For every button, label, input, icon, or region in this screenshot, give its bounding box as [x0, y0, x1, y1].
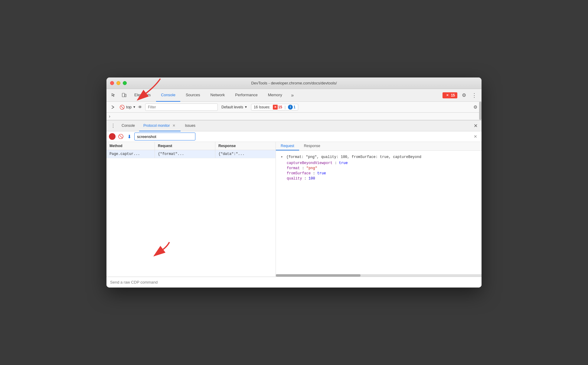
- triangle-down-icon: ▾: [281, 155, 283, 159]
- pm-table: Method Request Response Page.captur... {…: [106, 142, 276, 277]
- filter-input[interactable]: [145, 104, 218, 111]
- svg-marker-2: [111, 106, 114, 109]
- panel-menu-button[interactable]: ⋮: [109, 122, 117, 130]
- maximize-button[interactable]: [123, 81, 127, 85]
- pm-block-button[interactable]: 🚫: [117, 133, 124, 140]
- levels-chevron-icon: ▼: [244, 105, 247, 109]
- issues-error: ✕ 15: [273, 105, 282, 110]
- json-summary: ▾ {format: "png", quality: 100, fromSurf…: [281, 155, 477, 159]
- json-value-1: "png": [306, 166, 317, 170]
- tab-console-panel[interactable]: Console: [117, 120, 139, 131]
- pm-detail-panel: Request Response ▾ {format: "png", quali…: [276, 142, 482, 277]
- block-icon-button[interactable]: 🚫: [118, 103, 126, 111]
- tab-sources[interactable]: Sources: [181, 89, 205, 102]
- settings-button[interactable]: ⚙: [459, 90, 469, 100]
- console-settings-button[interactable]: ⚙: [471, 103, 479, 111]
- scrollbar-track[interactable]: [479, 102, 482, 112]
- cell-method: Page.captur...: [106, 150, 155, 158]
- tab-memory[interactable]: Memory: [263, 89, 287, 102]
- clear-console-button[interactable]: [109, 103, 117, 111]
- detail-scrollbar[interactable]: [276, 274, 482, 277]
- tab-detail-response[interactable]: Response: [299, 142, 325, 150]
- pm-download-button[interactable]: ⬇: [126, 133, 132, 140]
- pm-table-header: Method Request Response: [106, 142, 276, 150]
- cell-response: {"data":"...: [215, 150, 276, 158]
- close-button[interactable]: [110, 81, 114, 85]
- pm-detail-content: ▾ {format: "png", quality: 100, fromSurf…: [276, 151, 482, 274]
- col-header-response: Response: [215, 142, 276, 150]
- console-toolbar: 🚫 top ▼ 👁 Default levels ▼ 16 Issues: ✕ …: [106, 102, 482, 113]
- eye-button[interactable]: 👁: [136, 103, 144, 111]
- json-key-2: fromSurface: [287, 171, 311, 176]
- json-field-1: format : "png": [287, 166, 477, 170]
- tab-console[interactable]: Console: [156, 89, 180, 102]
- tab-issues[interactable]: Issues: [181, 120, 200, 131]
- cell-request: {"format"...: [155, 150, 215, 158]
- json-field-3: quality : 100: [287, 176, 477, 181]
- protocol-monitor-close-icon[interactable]: ✕: [172, 123, 176, 128]
- json-value-0: true: [339, 161, 348, 165]
- pm-main-area: Method Request Response Page.captur... {…: [106, 142, 482, 277]
- bottom-panel-tabs: ⋮ Console Protocol monitor ✕ Issues ✕: [106, 120, 482, 131]
- pm-search-row: 🚫 ⬇ ✕: [106, 131, 482, 142]
- chevron-right-icon: ›: [109, 114, 110, 119]
- tab-protocol-monitor[interactable]: Protocol monitor ✕: [139, 120, 181, 131]
- pm-search-wrap: ✕: [134, 133, 479, 140]
- protocol-monitor-content: 🚫 ⬇ ✕ Method Request Response P: [106, 131, 482, 277]
- top-selector[interactable]: top ▼: [127, 103, 135, 111]
- more-button[interactable]: ⋮: [469, 90, 479, 100]
- cdp-input-bar: [106, 277, 482, 288]
- titlebar: DevTools - developer.chrome.com/docs/dev…: [106, 77, 482, 89]
- json-field-0: captureBeyondViewport : true: [287, 161, 477, 165]
- devtools-toolbar: Elements Console Sources Network Perform…: [106, 89, 482, 102]
- panel-close-button[interactable]: ✕: [472, 122, 479, 130]
- svg-rect-0: [122, 93, 125, 97]
- issues-error-icon: ✕: [273, 105, 278, 110]
- pm-search-clear-icon[interactable]: ✕: [474, 134, 477, 139]
- more-tabs-button[interactable]: »: [288, 90, 297, 100]
- scrollbar-thumb[interactable]: [479, 102, 482, 120]
- pm-record-button[interactable]: [109, 133, 116, 140]
- cdp-command-input[interactable]: [110, 280, 478, 284]
- inspect-element-button[interactable]: [109, 90, 119, 100]
- pm-search-input[interactable]: [134, 133, 195, 140]
- col-header-request: Request: [155, 142, 215, 150]
- col-header-method: Method: [106, 142, 155, 150]
- traffic-lights: [110, 81, 127, 85]
- svg-rect-1: [125, 94, 126, 97]
- json-value-2: true: [317, 171, 326, 176]
- issues-badge[interactable]: 16 Issues: ✕ 15 | i 1: [251, 104, 298, 110]
- console-expand-row[interactable]: ›: [106, 113, 482, 120]
- tab-elements[interactable]: Elements: [129, 89, 155, 102]
- device-toolbar-button[interactable]: [119, 90, 129, 100]
- pm-detail-tabs: Request Response: [276, 142, 482, 151]
- json-key-3: quality: [287, 176, 302, 181]
- json-field-2: fromSurface : true: [287, 171, 477, 176]
- issues-info-icon: i: [288, 105, 293, 110]
- devtools-window: DevTools - developer.chrome.com/docs/dev…: [106, 77, 482, 288]
- issues-info: i 1: [288, 105, 296, 110]
- json-key-0: captureBeyondViewport: [287, 161, 332, 165]
- table-row[interactable]: Page.captur... {"format"... {"data":"...: [106, 150, 276, 158]
- error-x-icon: ✕: [445, 93, 450, 98]
- tab-performance[interactable]: Performance: [230, 89, 262, 102]
- error-badge[interactable]: ✕ 15: [443, 92, 457, 98]
- json-key-1: format: [287, 166, 300, 170]
- tab-detail-request[interactable]: Request: [276, 142, 299, 150]
- bottom-panel: ⋮ Console Protocol monitor ✕ Issues ✕ 🚫 …: [106, 120, 482, 288]
- json-value-3: 100: [309, 176, 315, 181]
- chevron-down-icon: ▼: [133, 105, 136, 109]
- levels-dropdown[interactable]: Default levels ▼: [219, 104, 250, 110]
- minimize-button[interactable]: [116, 81, 120, 85]
- tab-network[interactable]: Network: [206, 89, 230, 102]
- json-fields: captureBeyondViewport : true format : "p…: [281, 161, 477, 181]
- window-title: DevTools - developer.chrome.com/docs/dev…: [251, 81, 337, 85]
- detail-scrollbar-thumb[interactable]: [276, 274, 361, 277]
